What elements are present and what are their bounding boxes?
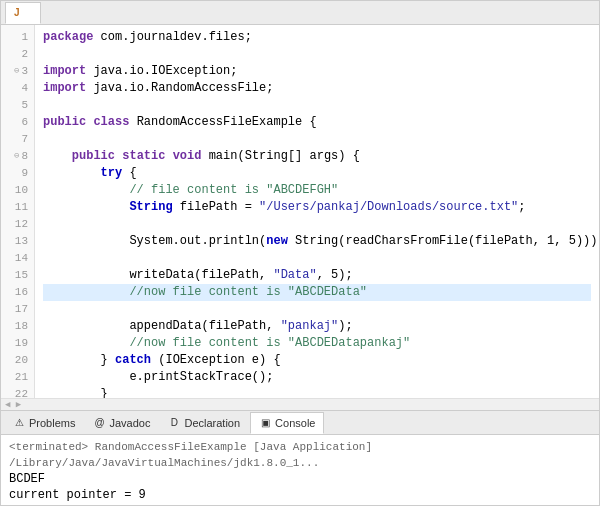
bottom-tab-problems[interactable]: ⚠Problems — [5, 412, 83, 434]
code-token: "Data" — [273, 268, 316, 282]
code-token: java.io.IOException; — [86, 64, 237, 78]
code-line: // file content is "ABCDEFGH" — [43, 182, 591, 199]
line-number: 7 — [5, 131, 28, 148]
code-token: //now file content is "ABCDEDatapankaj" — [43, 336, 410, 350]
code-line: //now file content is "ABCDEDatapankaj" — [43, 335, 591, 352]
code-token: import — [43, 64, 86, 78]
line-number: 17 — [5, 301, 28, 318]
line-number: 12 — [5, 216, 28, 233]
code-line — [43, 131, 591, 148]
code-line — [43, 216, 591, 233]
code-line — [43, 301, 591, 318]
code-token: void — [173, 149, 202, 163]
editor-tab-bar: J — [1, 1, 599, 25]
code-line: } — [43, 386, 591, 398]
code-line: public class RandomAccessFileExample { — [43, 114, 591, 131]
line-number: 13 — [5, 233, 28, 250]
code-token: // file content is "ABCDEFGH" — [43, 183, 338, 197]
problems-tab-label: Problems — [29, 417, 75, 429]
console-output: <terminated> RandomAccessFileExample [Ja… — [1, 435, 599, 505]
line-number: 10 — [5, 182, 28, 199]
bottom-tab-javadoc[interactable]: @Javadoc — [85, 412, 158, 434]
fold-indicator[interactable]: ⊖ — [14, 63, 19, 80]
code-line: } catch (IOException e) { — [43, 352, 591, 369]
code-line: import java.io.IOException; — [43, 63, 591, 80]
console-tab-label: Console — [275, 417, 315, 429]
code-area: 12⊖34567⊖8910111213141516171819202122232… — [1, 25, 599, 398]
code-token — [43, 149, 72, 163]
line-number: 2 — [5, 46, 28, 63]
code-token — [43, 200, 129, 214]
console-line: current pointer = 9 — [9, 487, 591, 503]
code-token: "pankaj" — [281, 319, 339, 333]
line-number: 16 — [5, 284, 28, 301]
line-number: 15 — [5, 267, 28, 284]
scroll-hint: ◀ ▶ — [5, 399, 21, 410]
code-token: { — [122, 166, 136, 180]
line-number: 5 — [5, 97, 28, 114]
editor-window: J 12⊖34567⊖89101112131415161718192021222… — [0, 0, 600, 506]
line-numbers: 12⊖34567⊖8910111213141516171819202122232… — [1, 25, 35, 398]
problems-tab-icon: ⚠ — [13, 417, 25, 429]
code-token — [165, 149, 172, 163]
fold-indicator[interactable]: ⊖ — [14, 148, 19, 165]
code-token: java.io.RandomAccessFile; — [86, 81, 273, 95]
code-token: main(String[] args) { — [201, 149, 359, 163]
declaration-tab-label: Declaration — [184, 417, 240, 429]
code-token: String — [129, 200, 172, 214]
code-token: "/Users/pankaj/Downloads/source.txt" — [259, 200, 518, 214]
bottom-tab-console[interactable]: ▣Console — [250, 412, 324, 434]
java-file-icon: J — [14, 7, 20, 18]
code-line: //now file content is "ABCDEData" — [43, 284, 591, 301]
code-token: , 5); — [317, 268, 353, 282]
line-number: 19 — [5, 335, 28, 352]
line-number: 14 — [5, 250, 28, 267]
javadoc-tab-label: Javadoc — [109, 417, 150, 429]
code-line: try { — [43, 165, 591, 182]
line-number: 20 — [5, 352, 28, 369]
code-line: String filePath = "/Users/pankaj/Downloa… — [43, 199, 591, 216]
code-token: appendData(filePath, — [43, 319, 281, 333]
line-number: 6 — [5, 114, 28, 131]
code-token: //now file content is "ABCDEData" — [43, 285, 367, 299]
code-token: } — [43, 387, 108, 398]
editor-tab[interactable]: J — [5, 2, 41, 24]
code-token: new — [266, 234, 288, 248]
line-number: 4 — [5, 80, 28, 97]
code-token: class — [93, 115, 129, 129]
code-token: com.journaldev.files; — [93, 30, 251, 44]
line-number: ⊖3 — [5, 63, 28, 80]
code-token: ); — [338, 319, 352, 333]
code-line: System.out.println(new String(readCharsF… — [43, 233, 591, 250]
code-line — [43, 46, 591, 63]
line-number: 9 — [5, 165, 28, 182]
code-token: } — [43, 353, 115, 367]
bottom-tab-declaration[interactable]: DDeclaration — [160, 412, 248, 434]
code-line: writeData(filePath, "Data", 5); — [43, 267, 591, 284]
code-line — [43, 250, 591, 267]
code-token: String(readCharsFromFile(filePath, 1, 5)… — [288, 234, 599, 248]
code-line: appendData(filePath, "pankaj"); — [43, 318, 591, 335]
code-line: import java.io.RandomAccessFile; — [43, 80, 591, 97]
code-token: public — [43, 115, 86, 129]
code-token — [43, 166, 101, 180]
code-token: (IOException e) { — [151, 353, 281, 367]
code-line: package com.journaldev.files; — [43, 29, 591, 46]
javadoc-tab-icon: @ — [93, 417, 105, 429]
code-token: RandomAccessFileExample { — [129, 115, 316, 129]
code-content[interactable]: package com.journaldev.files; import jav… — [35, 25, 599, 398]
code-token: filePath = — [173, 200, 259, 214]
console-line: <terminated> RandomAccessFileExample [Ja… — [9, 439, 591, 471]
code-token: catch — [115, 353, 151, 367]
code-line: public static void main(String[] args) { — [43, 148, 591, 165]
code-token: e.printStackTrace(); — [43, 370, 273, 384]
console-tab-icon: ▣ — [259, 417, 271, 429]
line-number: 1 — [5, 29, 28, 46]
line-number: 18 — [5, 318, 28, 335]
code-token: ; — [518, 200, 525, 214]
code-token: package — [43, 30, 93, 44]
code-token: try — [101, 166, 123, 180]
line-number: 22 — [5, 386, 28, 398]
code-token: writeData(filePath, — [43, 268, 273, 282]
declaration-tab-icon: D — [168, 417, 180, 429]
